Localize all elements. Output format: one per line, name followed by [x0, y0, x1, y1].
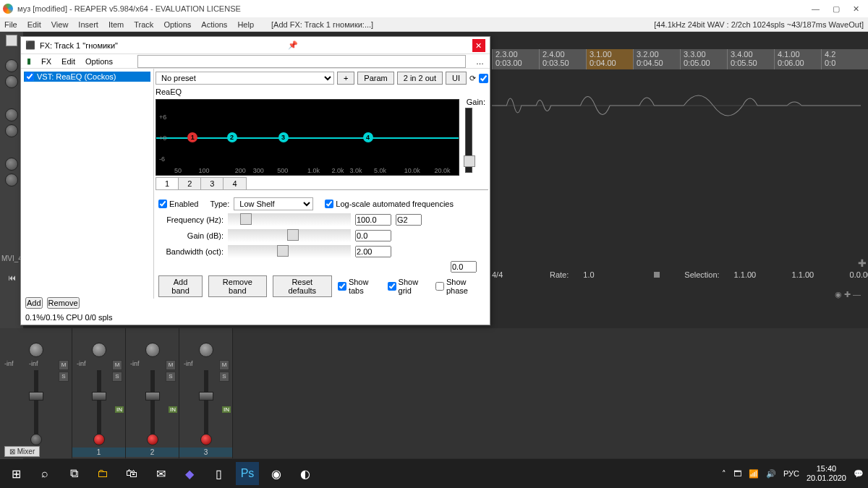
store-icon[interactable]: 🛍	[120, 462, 143, 485]
chrome-icon[interactable]: ◉	[265, 462, 288, 485]
menu-help[interactable]: Help	[237, 20, 254, 29]
fx-enable-checkbox[interactable]	[25, 72, 34, 81]
record-arm-button[interactable]	[147, 434, 158, 445]
mixer-channel-2[interactable]: -inf MS IN 2	[126, 328, 179, 458]
eq-band-2[interactable]: 2	[227, 132, 237, 142]
explorer-icon[interactable]: 🗀	[91, 462, 114, 485]
menu-edit[interactable]: Edit	[27, 20, 41, 29]
freq-value[interactable]	[355, 214, 391, 226]
menu-view[interactable]: View	[51, 20, 69, 29]
logscale-checkbox[interactable]: Log-scale automated frequencies	[325, 200, 454, 208]
fx-add-button[interactable]: Add	[25, 297, 43, 309]
param-button[interactable]: Param	[357, 72, 393, 85]
fx-active-checkbox[interactable]	[479, 74, 488, 83]
fader[interactable]	[150, 370, 155, 441]
tray-expand-icon[interactable]: ˄	[722, 469, 726, 479]
fx-chain-list[interactable]: VST: ReaEQ (Cockos)	[21, 69, 154, 299]
pin-icon[interactable]: 📌	[288, 40, 298, 50]
menu-insert[interactable]: Insert	[78, 20, 98, 29]
mixer-channel-3[interactable]: -inf MS IN 3	[179, 328, 233, 458]
task-view-icon[interactable]: ⧉	[62, 462, 85, 485]
timeline-segment[interactable]: 2.3.000:03.00	[492, 49, 539, 69]
menu-actions[interactable]: Actions	[201, 20, 227, 29]
eq-band-1[interactable]: 1	[187, 132, 197, 142]
menu-track[interactable]: Track	[134, 20, 153, 29]
search-icon[interactable]: ⌕	[33, 462, 56, 485]
bw-value[interactable]	[355, 246, 391, 257]
eq-band-4[interactable]: 4	[363, 132, 373, 142]
track-knob-6[interactable]	[5, 174, 18, 187]
show-phase-checkbox[interactable]: Show phase	[435, 278, 485, 295]
close-icon[interactable]: ✕	[853, 4, 859, 14]
gain-slider[interactable]	[228, 229, 351, 242]
bw-slider[interactable]	[228, 245, 351, 258]
volume-icon[interactable]: 🔊	[766, 469, 776, 479]
app-icon-2[interactable]: ▯	[207, 462, 230, 485]
record-arm-button[interactable]	[200, 434, 212, 445]
track-knob-5[interactable]	[5, 158, 18, 171]
pan-knob[interactable]	[199, 343, 213, 357]
enabled-checkbox[interactable]: Enabled	[158, 200, 198, 208]
menu-file[interactable]: File	[4, 20, 17, 29]
maximize-icon[interactable]: ▢	[833, 4, 840, 14]
output-gain-slider[interactable]	[464, 155, 475, 167]
reaper-taskbar-icon[interactable]: ◐	[294, 462, 317, 485]
timeline-ruler[interactable]: 2.3.000:03.002.4.000:03.503.1.000:04.003…	[492, 49, 868, 69]
timeline-segment[interactable]: 2.4.000:03.50	[539, 49, 586, 69]
menu-options[interactable]: Options	[163, 20, 191, 29]
track-knob-4[interactable]	[5, 124, 18, 137]
timeline-segment[interactable]: 4.1.000:06.00	[774, 49, 821, 69]
fx-menu-options[interactable]: Options	[85, 57, 113, 66]
mute-button[interactable]: M	[59, 360, 69, 370]
tab-band-2[interactable]: 2	[178, 177, 201, 189]
mixer-channel-1[interactable]: -inf MS IN 1	[72, 328, 126, 458]
mixer-master[interactable]: -inf -inf MS	[0, 328, 72, 458]
track-knob-3[interactable]	[5, 108, 18, 121]
track-knob-2[interactable]	[5, 75, 18, 88]
record-arm-button[interactable]	[93, 434, 105, 445]
io-button[interactable]: 2 in 2 out	[397, 72, 443, 85]
preset-select[interactable]: No preset	[156, 72, 334, 85]
menu-item[interactable]: Item	[109, 20, 124, 29]
pan-knob[interactable]	[92, 343, 106, 357]
bypass-icon[interactable]: ⟳	[469, 74, 476, 83]
pan-knob[interactable]	[29, 343, 43, 357]
fx-menu-edit[interactable]: Edit	[61, 57, 75, 66]
timeline-segment[interactable]: 3.2.000:04.50	[633, 49, 680, 69]
eq-band-3[interactable]: 3	[278, 132, 289, 142]
type-select[interactable]: Low Shelf	[234, 197, 313, 210]
fader[interactable]	[204, 370, 208, 441]
battery-icon[interactable]: 🗔	[733, 469, 741, 478]
start-button[interactable]: ⊞	[4, 462, 27, 485]
wifi-icon[interactable]: 📶	[749, 469, 759, 479]
mail-icon[interactable]: ✉	[149, 462, 172, 485]
show-tabs-checkbox[interactable]: Show tabs	[338, 278, 382, 295]
show-grid-checkbox[interactable]: Show grid	[388, 278, 430, 295]
tab-band-1[interactable]: 1	[156, 177, 179, 189]
clock[interactable]: 15:40 20.01.2020	[807, 464, 846, 483]
fx-browse-icon[interactable]: …	[476, 57, 484, 66]
pan-knob[interactable]	[145, 343, 160, 357]
photoshop-icon[interactable]: Ps	[236, 462, 259, 485]
language-indicator[interactable]: РУС	[783, 469, 799, 478]
freq-slider[interactable]	[228, 213, 351, 226]
time-signature[interactable]: 4/4	[492, 270, 535, 279]
tab-band-3[interactable]: 3	[200, 177, 224, 189]
fx-list-item[interactable]: VST: ReaEQ (Cockos)	[24, 72, 150, 82]
master-mono-button[interactable]	[30, 434, 42, 445]
minimize-icon[interactable]: —	[812, 4, 820, 14]
app-icon-1[interactable]: ◆	[178, 462, 201, 485]
eq-graph[interactable]: 1 2 3 4 +6 +0 -6 50 100 200 300 500 1.0k…	[156, 99, 459, 176]
ui-button[interactable]: UI	[446, 72, 467, 85]
selection-start[interactable]: 1.1.00	[734, 270, 778, 279]
add-fx-label[interactable]: [Add FX: Track 1 гномики:...]	[271, 20, 373, 29]
master-fader[interactable]	[34, 370, 38, 441]
fx-menu-fx[interactable]: FX	[41, 57, 51, 66]
track-knob-1[interactable]	[5, 59, 18, 72]
fx-search-input[interactable]	[137, 55, 466, 68]
fx-close-icon[interactable]: ✕	[472, 39, 485, 52]
notifications-icon[interactable]: 💬	[854, 469, 864, 479]
track-controls[interactable]: ◉ ✚ —	[835, 290, 861, 299]
solo-button[interactable]: S	[59, 372, 69, 382]
fader[interactable]	[97, 370, 101, 441]
